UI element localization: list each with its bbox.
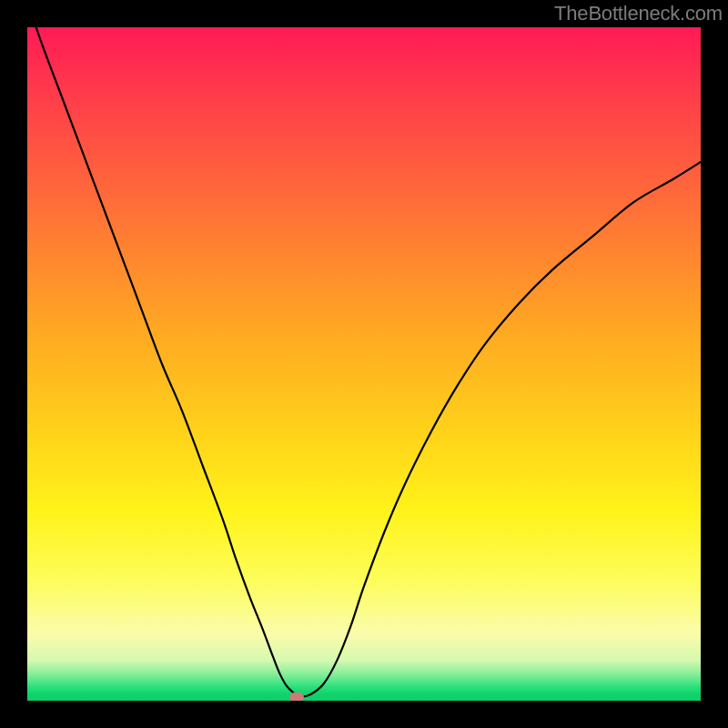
bottleneck-curve <box>27 27 701 697</box>
chart-frame: TheBottleneck.com <box>0 0 728 728</box>
watermark-text: TheBottleneck.com <box>554 2 723 25</box>
curve-svg <box>27 27 701 701</box>
plot-area <box>27 27 701 701</box>
optimal-point-marker <box>289 693 304 701</box>
